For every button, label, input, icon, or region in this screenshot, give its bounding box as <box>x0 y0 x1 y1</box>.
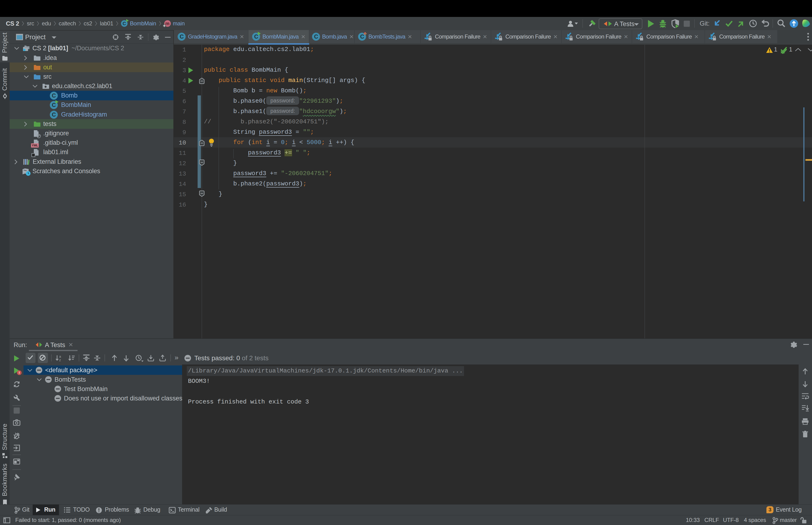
svg-text:z: z <box>59 358 61 362</box>
svg-text:a: a <box>59 355 61 358</box>
